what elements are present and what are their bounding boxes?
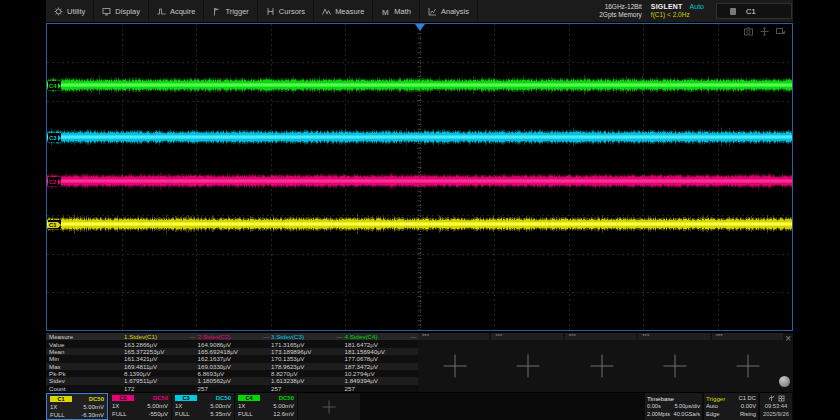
drag-handle[interactable] (779, 376, 790, 387)
add-measurement-slot[interactable] (418, 340, 491, 392)
measure-row-pkpk: Pk-Pk 8.1390μV 6.8693μV 8.8270μV 10.2794… (46, 370, 418, 377)
channel-box-c4[interactable]: C4DC50 1X5.00mV FULL12.6mV (235, 393, 297, 420)
system-info-bandwidth: 16GHz-12Bit (599, 3, 642, 11)
status-bar: C1DC50 1X5.00mV FULL-6.30mV C2DC50 1X5.0… (46, 393, 793, 420)
add-measurement-slot[interactable] (638, 340, 711, 392)
measure-col1-header[interactable]: 1.Stdev(C1)— (124, 333, 198, 340)
network-icon (778, 395, 785, 402)
menu-utility[interactable]: Utility (46, 0, 94, 22)
menu-trigger-label: Trigger (225, 7, 248, 16)
system-info: 16GHz-12Bit 2Gpts Memory (599, 3, 642, 19)
close-icon[interactable]: × (785, 334, 791, 343)
collapse-icon[interactable]: — (410, 334, 418, 340)
channel-box-c1[interactable]: C1DC50 1X5.00mV FULL-6.30mV (46, 393, 108, 420)
channel-arrow-icon (58, 222, 61, 228)
collapse-icon[interactable]: — (263, 334, 271, 340)
empty-column-header: *** (418, 333, 489, 340)
menu-utility-label: Utility (67, 7, 85, 16)
measure-icon (322, 7, 331, 16)
empty-column-header: *** (565, 333, 636, 340)
channel-arrow-icon (58, 135, 61, 141)
waveform-display[interactable]: C4 C3 C2 C1 (46, 23, 793, 331)
measure-row-min: Min 161.3421μV 162.1637μV 170.1353μV 177… (46, 355, 418, 362)
trigger-flag-icon (212, 7, 221, 16)
datetime-box[interactable]: 09:53:44 2025/9/26 (760, 393, 792, 420)
channel-badge: C4 (238, 395, 260, 402)
measure-row-mean: Mean 165.372253μV 165.692418μV 173.18989… (46, 348, 418, 355)
measure-col4-header[interactable]: 4.Stdev(C4)— (345, 333, 419, 340)
oscilloscope-ui: Utility Display Acquire Trigger Cursors … (46, 0, 793, 420)
collapse-icon[interactable]: — (190, 334, 198, 340)
measure-empty-columns: *** *** *** *** *** (418, 333, 785, 392)
channel-arrow-icon (58, 179, 61, 185)
menu-trigger[interactable]: Trigger (204, 0, 257, 22)
measure-col3-header[interactable]: 3.Stdev(C3)— (271, 333, 345, 340)
plus-icon (737, 355, 760, 378)
clock-time: 09:53:44 (762, 402, 790, 410)
analysis-icon (428, 7, 437, 16)
active-channel-selector[interactable]: C1 (716, 3, 792, 19)
menu-measure[interactable]: Measure (314, 0, 373, 22)
empty-column-header: *** (491, 333, 562, 340)
empty-column-header: *** (712, 333, 783, 340)
trigger-frequency-readout: f(C1) < 2.0Hz (651, 11, 704, 19)
channel-box-c3[interactable]: C3DC50 1X5.00mV FULL5.35mV (172, 393, 234, 420)
plus-icon (663, 355, 686, 378)
measure-row-value: Value 163.2866μV 164.9086μV 171.3165μV 1… (46, 340, 418, 347)
acquisition-mode-badge[interactable]: Auto (690, 3, 704, 11)
channel-tag-c3[interactable]: C3 (48, 133, 61, 142)
measure-row-max: Max 169.4811μV 169.0330μV 178.9623μV 187… (46, 363, 418, 370)
channel-arrow-icon (58, 83, 61, 89)
gear-icon (54, 7, 63, 16)
menu-display-label: Display (115, 7, 140, 16)
collapse-icon[interactable]: — (337, 334, 345, 340)
menu-measure-label: Measure (335, 7, 364, 16)
measure-row-count: Count 172 257 257 257 (46, 385, 418, 392)
trigger-position-marker[interactable] (415, 24, 425, 31)
plus-icon (590, 355, 613, 378)
menu-math[interactable]: M Math (373, 0, 420, 22)
add-channel-box[interactable] (298, 393, 360, 420)
channel-badge: C3 (175, 395, 197, 402)
menu-display[interactable]: Display (94, 0, 149, 22)
math-icon: M (381, 7, 390, 16)
plus-icon (301, 394, 357, 419)
plus-icon (443, 355, 466, 378)
add-measurement-slot[interactable] (565, 340, 638, 392)
screen: Utility Display Acquire Trigger Cursors … (0, 0, 840, 420)
active-channel-label: C1 (746, 7, 756, 16)
display-icon (102, 7, 111, 16)
menu-cursors[interactable]: Cursors (258, 0, 314, 22)
brand-block: SIGLENT Auto f(C1) < 2.0Hz (651, 3, 704, 19)
waveform-grid-canvas[interactable] (47, 24, 792, 330)
screenshot-camera-icon[interactable] (744, 27, 753, 36)
menu-acquire-label: Acquire (170, 7, 195, 16)
system-info-memory: 2Gpts Memory (599, 11, 642, 19)
menu-acquire[interactable]: Acquire (149, 0, 204, 22)
empty-column-header: *** (638, 333, 709, 340)
acquire-icon (157, 7, 166, 16)
channel-badge: C1 (50, 396, 72, 403)
svg-text:M: M (382, 8, 389, 16)
timebase-box[interactable]: Timebase 0.00s5.00μs/div 2.00Mpts40.0GSa… (645, 393, 702, 420)
channel-box-c2[interactable]: C2DC50 1X5.00mV FULL-550μV (109, 393, 171, 420)
cursors-icon (266, 7, 275, 16)
trigger-box[interactable]: TriggerC1 DC Auto0.00V EdgeRising (704, 393, 758, 420)
export-icon[interactable] (776, 27, 785, 36)
channel-badge: C2 (112, 395, 134, 402)
clock-date: 2025/9/26 (762, 410, 790, 418)
channel-tag-c1[interactable]: C1 (48, 220, 61, 229)
measure-panel: Measure 1.Stdev(C1)— 2.Stdev(C2)— 3.Stde… (46, 333, 793, 392)
menu-cursors-label: Cursors (279, 7, 305, 16)
menu-analysis-label: Analysis (441, 7, 469, 16)
add-measurement-slot[interactable] (491, 340, 564, 392)
channel-tag-c4[interactable]: C4 (48, 81, 61, 90)
channel-tag-c2[interactable]: C2 (48, 177, 61, 186)
move-crosshair-icon[interactable] (760, 27, 769, 36)
measure-col2-header[interactable]: 2.Stdev(C2)— (198, 333, 272, 340)
usb-icon (768, 395, 775, 402)
wave-corner-toolbar (744, 27, 785, 36)
plus-icon (517, 355, 540, 378)
add-measurement-slot[interactable] (712, 340, 785, 392)
menu-analysis[interactable]: Analysis (420, 0, 478, 22)
